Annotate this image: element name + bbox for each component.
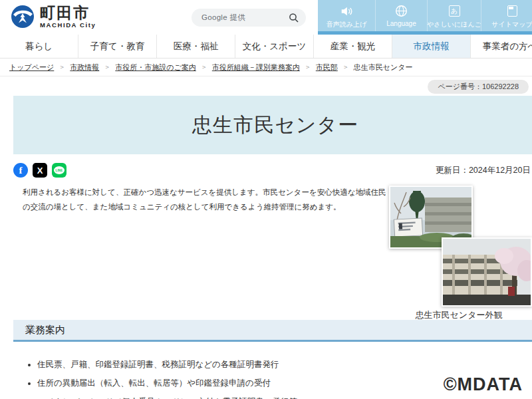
- section-heading-gyomu: 業務案内: [13, 320, 532, 342]
- updated-date: 更新日：2024年12月20日: [436, 165, 531, 176]
- easy-japanese-button[interactable]: あ やさしいにほんご: [427, 0, 481, 31]
- x-share-icon[interactable]: X: [33, 163, 47, 178]
- page-title: 忠生市民センター: [192, 112, 358, 139]
- nav-item-sangyo[interactable]: 産業・観光: [314, 35, 392, 58]
- nav-item-shisei[interactable]: 市政情報: [392, 35, 471, 58]
- machida-city-emblem-icon: [11, 5, 35, 29]
- breadcrumb: トップページ ＞ 市政情報 ＞ 市役所・市施設のご案内 ＞ 市役所組織－課別業務…: [0, 59, 532, 76]
- speaker-icon: [339, 4, 354, 18]
- site-logo-link[interactable]: 町田市 MACHIDA City: [11, 5, 96, 29]
- line-share-icon[interactable]: LINE: [52, 163, 66, 178]
- business-list-item: 住所の異動届出（転入、転出、転居等）や印鑑登録申請の受付: [37, 377, 396, 389]
- main-content: ページ番号：106292228 忠生市民センター f X LINE 更新日：20…: [0, 76, 532, 398]
- breadcrumb-link[interactable]: トップページ: [9, 63, 54, 72]
- logo-title: 町田市: [40, 5, 96, 21]
- language-button[interactable]: Language: [375, 0, 427, 31]
- center-exterior-photo-2: [442, 237, 532, 307]
- logo-text: 町田市 MACHIDA City: [40, 5, 96, 29]
- nav-item-kosodate[interactable]: 子育て・教育: [78, 35, 157, 58]
- nav-item-iryo[interactable]: 医療・福祉: [157, 35, 235, 58]
- sitemap-icon: [507, 4, 517, 18]
- global-nav: 暮らし 子育て・教育 医療・福祉 文化・スポーツ 産業・観光 市政情報 事業者の…: [0, 35, 532, 59]
- sitemap-button[interactable]: サイトマップ: [481, 0, 532, 31]
- speech-readout-button[interactable]: 音声読み上げ: [318, 0, 375, 31]
- social-share-row: f X LINE: [13, 163, 66, 178]
- tool-label: サイトマップ: [491, 20, 532, 29]
- title-banner: 忠生市民センター: [13, 96, 532, 154]
- globe-icon: [395, 4, 408, 18]
- page-number-badge: ページ番号：106292228: [428, 80, 529, 94]
- breadcrumb-separator: ＞: [342, 63, 349, 72]
- business-list-item: 住民票、戸籍、印鑑登録証明書、税務証明などの各種証明書発行: [37, 358, 396, 370]
- tool-label: 音声読み上げ: [327, 20, 366, 29]
- breadcrumb-link[interactable]: 市民部: [316, 63, 338, 72]
- watermark: ©MDATA: [444, 374, 523, 395]
- search-box[interactable]: Google 提供: [192, 9, 306, 27]
- business-list: 住民票、戸籍、印鑑登録証明書、税務証明などの各種証明書発行 住所の異動届出（転入…: [37, 358, 396, 399]
- nav-item-jigyosha[interactable]: 事業者の方へ: [471, 35, 532, 58]
- hiragana-a-icon: あ: [449, 4, 460, 18]
- breadcrumb-separator: ＞: [59, 63, 65, 72]
- business-list-item: マイナンバーカード（個人番号カード）の交付や電子証明書の発行等: [37, 396, 396, 399]
- tool-label: やさしいにほんご: [427, 20, 481, 29]
- breadcrumb-current: 忠生市民センター: [354, 63, 413, 72]
- nav-item-kurashi[interactable]: 暮らし: [0, 35, 78, 58]
- tool-label: Language: [386, 20, 416, 27]
- breadcrumb-separator: ＞: [201, 63, 207, 72]
- search-placeholder: Google 提供: [201, 13, 289, 23]
- logo-subtitle: MACHIDA City: [40, 22, 96, 29]
- breadcrumb-separator: ＞: [104, 63, 110, 72]
- nav-item-bunka[interactable]: 文化・スポーツ: [235, 35, 314, 58]
- breadcrumb-link[interactable]: 市役所・市施設のご案内: [115, 63, 196, 72]
- breadcrumb-link[interactable]: 市政情報: [70, 63, 99, 72]
- search-icon[interactable]: [289, 13, 299, 23]
- facebook-share-icon[interactable]: f: [13, 163, 28, 178]
- intro-paragraph: 利用されるお客様に対して、正確かつ迅速なサービスを提供します。市民センターを安心…: [23, 185, 392, 215]
- page: 町田市 MACHIDA City Google 提供: [0, 0, 532, 399]
- header-tools: 音声読み上げ Language あ やさしいにほんご: [318, 0, 532, 35]
- breadcrumb-link[interactable]: 市役所組織－課別業務案内: [212, 63, 300, 72]
- site-header: 町田市 MACHIDA City Google 提供: [0, 0, 532, 35]
- breadcrumb-separator: ＞: [305, 63, 311, 72]
